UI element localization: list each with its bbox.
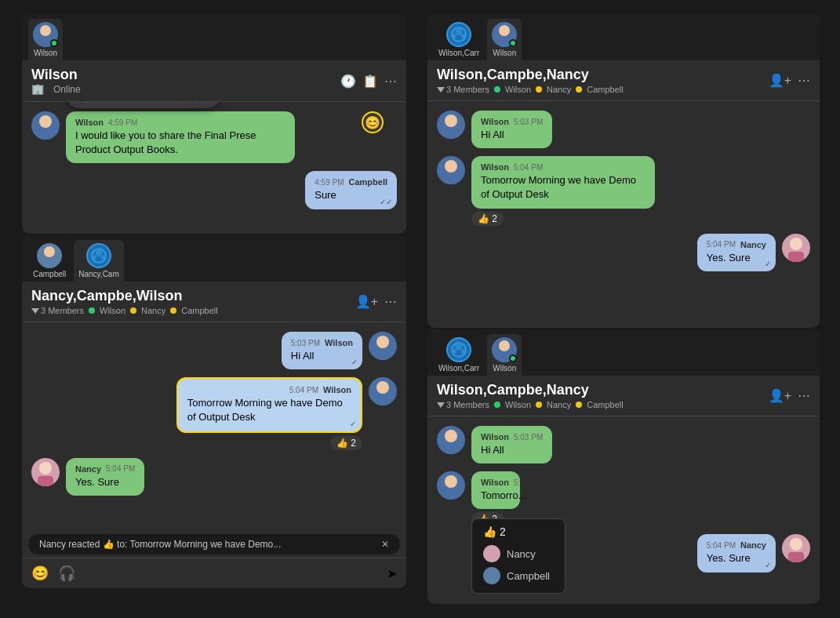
tab-bar-win2: Campbell Nancy,Cam: [22, 235, 406, 282]
msg-text-w1m1: I would like you to share the Final Pres…: [75, 129, 285, 157]
send-icon[interactable]: ➤: [387, 566, 397, 581]
check-mark-w1m2: ✓✓: [380, 198, 392, 206]
svg-point-32: [499, 340, 510, 351]
msg-time-w4m2: 5:: [514, 478, 520, 487]
msg-sender-w1m1: Wilson: [75, 118, 104, 127]
dot-nancy: [130, 307, 136, 314]
msg-meta-w4m3: 5:04 PM Nancy: [707, 540, 766, 550]
add-user-icon-win3[interactable]: 👤+: [769, 73, 791, 88]
chat-body-win4: Wilson 5:03 PM Hi All Wilson 5:: [427, 416, 820, 604]
tab-avatar-wilsoncarr-win4: [446, 337, 471, 362]
tab-avatar-wilson-win4: [492, 337, 517, 362]
message-row-w2m2: 5:04 PM Wilson Tomorrow Morning we have …: [31, 377, 397, 449]
header-actions-win4: 👤+ ⋯: [769, 388, 810, 403]
msg-avatar-wilson-4a: [437, 426, 465, 454]
tab-label-wilson-win4: Wilson: [493, 364, 516, 373]
more-icon[interactable]: ⋯: [384, 74, 397, 89]
svg-point-20: [499, 25, 510, 36]
msg-meta-w4m1: Wilson 5:03 PM: [481, 432, 543, 442]
more-icon-win4[interactable]: ⋯: [798, 388, 810, 403]
more-icon-win2[interactable]: ⋯: [384, 294, 397, 309]
msg-bubble-w3m1: Wilson 5:03 PM Hi All: [471, 111, 552, 148]
msg-meta-w4m2: Wilson 5:: [481, 478, 511, 487]
msg-avatar-wilson-1: [31, 111, 60, 140]
msg-bubble-w4m1: Wilson 5:03 PM Hi All: [471, 426, 552, 464]
tab-bar-win4: Wilson,Carr Wilson: [427, 329, 820, 376]
add-user-icon-win2[interactable]: 👤+: [355, 294, 378, 309]
check-mark-w2m2: ✓: [350, 420, 356, 428]
msg-bubble-w2m2: 5:04 PM Wilson Tomorrow Morning we have …: [176, 377, 362, 432]
message-row-w3m2: Wilson 5:04 PM Tomorrow Morning we have …: [437, 156, 810, 225]
header-left-win1: Wilson 🏢 Online: [31, 67, 81, 95]
reactor-avatar-nancy: [483, 545, 500, 562]
msg-time-w3m3: 5:04 PM: [707, 240, 736, 249]
tab-avatar-wilson: [33, 22, 58, 47]
reaction-pill-w2m2[interactable]: 👍 2: [330, 436, 362, 450]
tab-label-campbell: Campbell: [33, 270, 66, 278]
msg-time-w3m2: 5:04 PM: [514, 163, 543, 172]
svg-rect-37: [443, 489, 459, 500]
dot-campbell: [170, 307, 176, 314]
tab-wilson-win4[interactable]: Wilson: [487, 334, 522, 376]
tab-wilsoncarr-win4[interactable]: Wilson,Carr: [434, 334, 484, 376]
svg-point-4: [44, 246, 55, 257]
emoji-laugh[interactable]: 😂: [118, 102, 135, 104]
audio-footer-icon[interactable]: 🎧: [58, 565, 75, 582]
clock-icon[interactable]: 🕐: [340, 74, 356, 89]
dot-campbell-win4: [576, 402, 582, 408]
msg-meta-w2m1: 5:03 PM Wilson: [291, 338, 353, 347]
msg-avatar-nancy-4: [782, 534, 810, 562]
tab-wilsoncarr[interactable]: Wilson,Carr: [434, 19, 484, 60]
message-row-w1m1: Wilson 4:59 PM I would like you to share…: [31, 111, 397, 163]
emoji-heart[interactable]: ❤️: [96, 102, 113, 104]
svg-point-38: [790, 538, 802, 551]
svg-point-24: [445, 160, 457, 173]
msg-sender-w2m3: Nancy: [75, 464, 101, 474]
tab-wilson-win3[interactable]: Wilson: [487, 19, 522, 60]
chat-window-wilson: Wilson Wilson 🏢 Online 🕐 📋 ⋯: [22, 14, 406, 234]
header-left-win2: Nancy,Campbe,Wilson 3 Members Wilson Nan…: [31, 288, 218, 315]
msg-text-w2m3: Yes. Sure: [75, 475, 135, 489]
chat-header-win2: Nancy,Campbe,Wilson 3 Members Wilson Nan…: [22, 282, 406, 322]
msg-meta-w3m2: Wilson 5:04 PM: [481, 162, 645, 172]
add-user-icon-win4[interactable]: 👤+: [769, 388, 791, 403]
emoji-smile[interactable]: 😊: [140, 102, 157, 104]
emoji-thumbs-up[interactable]: 👍: [74, 102, 91, 104]
svg-point-36: [445, 475, 457, 488]
tab-campbell[interactable]: Campbell: [28, 240, 71, 282]
tooltip-count: 👍 2: [483, 525, 554, 538]
tab-avatar-group: [86, 243, 111, 268]
msg-sender-w4m3: Nancy: [740, 540, 766, 550]
msg-time-w2m3: 5:04 PM: [106, 464, 135, 473]
tooltip-reactor-campbell: Campbell: [483, 565, 554, 587]
message-row-w1m2: 4:59 PM Campbell Sure ✓✓: [31, 171, 397, 209]
svg-point-18: [453, 34, 456, 38]
member-count-win4: 3 Members: [446, 400, 489, 409]
header-left-win4: Wilson,Campbe,Nancy 3 Members Wilson Nan…: [437, 382, 624, 409]
svg-point-10: [376, 336, 389, 348]
msg-bubble-w2m3: Nancy 5:04 PM Yes. Sure: [66, 458, 144, 496]
message-row-w3m3: 5:04 PM Nancy Yes. Sure ✓: [437, 234, 810, 271]
edit-icon[interactable]: 📋: [362, 74, 378, 89]
tab-avatar-wilson-win3: [492, 22, 517, 47]
msg-sender-w3m1: Wilson: [481, 117, 509, 126]
reactor-name-campbell: Campbell: [507, 570, 550, 582]
chat-header-win3: Wilson,Campbe,Nancy 3 Members Wilson Nan…: [427, 60, 820, 101]
tab-wilson[interactable]: Wilson: [28, 19, 63, 60]
emoji-footer-icon[interactable]: 😊: [31, 565, 49, 582]
chat-window-group-right-top: Wilson,Carr Wilson Wilson,Campbe,Nancy: [427, 14, 820, 328]
avatar-img-wilsoncarr-win4: [446, 337, 471, 362]
member-nancy-win3: Nancy: [547, 85, 571, 94]
svg-point-17: [456, 28, 463, 35]
more-icon-win3[interactable]: ⋯: [798, 73, 810, 88]
member-wilson: Wilson: [100, 306, 125, 315]
emoji-wow[interactable]: 😮: [162, 102, 179, 104]
msg-time-w3m1: 5:03 PM: [514, 118, 543, 126]
emoji-pray[interactable]: 🙏: [184, 102, 201, 104]
reaction-pill-w3m2[interactable]: 👍 2: [471, 212, 504, 226]
msg-sender-w3m2: Wilson: [481, 162, 509, 172]
triangle-icon: [31, 308, 39, 314]
notification-close-btn[interactable]: ✕: [381, 539, 389, 550]
tab-nancy-cam[interactable]: Nancy,Cam: [74, 240, 124, 282]
emoji-reaction-btn[interactable]: 😊: [362, 111, 384, 133]
